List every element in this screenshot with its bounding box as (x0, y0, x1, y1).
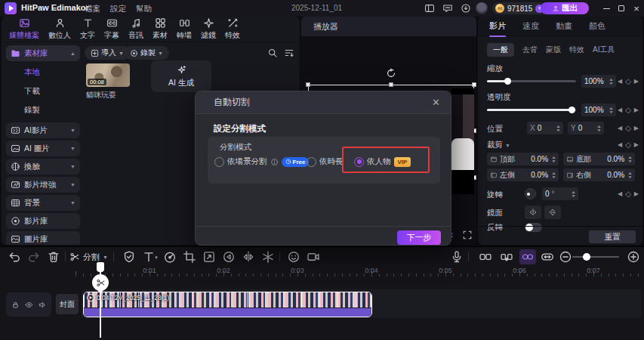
speed-button[interactable] (163, 250, 177, 264)
crop-top-field[interactable]: 頂部0.0% ▲▼ (487, 153, 559, 165)
sidebar-item-record[interactable]: 錄製 (24, 105, 40, 116)
flip-horizontal-button[interactable] (525, 206, 541, 219)
subtab-effects[interactable]: 特效 (569, 45, 584, 55)
tab-elements[interactable]: 素材 (148, 17, 172, 41)
scale-slider[interactable] (487, 80, 576, 82)
subtab-remove-bg[interactable]: 去背 (522, 45, 538, 55)
sidebar-item-image-library[interactable]: 圖片庫 (6, 231, 80, 245)
menu-file[interactable]: 檔案 (85, 4, 100, 14)
layout-icon[interactable] (424, 3, 435, 14)
stepper[interactable]: ▲▼ (609, 107, 613, 114)
zoom-slider-knob[interactable] (583, 253, 590, 261)
reverse-play-button[interactable] (222, 250, 236, 264)
tab-media-files[interactable]: 媒體檔案 (5, 17, 44, 41)
mirror-button[interactable] (242, 250, 255, 264)
menu-help[interactable]: 幫助 (136, 4, 152, 14)
sidebar-item-local[interactable]: 本地 (24, 67, 40, 78)
option-split-by-duration[interactable]: 依時長 (307, 156, 344, 167)
rotate-value[interactable]: 0° ▲▼ (542, 187, 578, 200)
subtab-general[interactable]: 一般 (487, 43, 514, 57)
stepper[interactable]: ▲▼ (556, 125, 560, 132)
flip-vertical-button[interactable] (544, 206, 561, 219)
crop-label[interactable]: 裁剪 ▼ (487, 140, 510, 150)
cover-button[interactable]: 封面 (56, 294, 79, 314)
record-button[interactable]: 錄製 ▼ (124, 46, 169, 60)
export-frame-button[interactable] (307, 250, 320, 264)
tab-color[interactable]: 顏色 (589, 20, 605, 32)
stepper[interactable]: ▲▼ (552, 172, 556, 179)
transform-button[interactable] (202, 250, 216, 264)
download-icon[interactable] (461, 3, 471, 14)
face-detect-button[interactable] (287, 250, 300, 264)
reverse-toggle[interactable] (525, 223, 542, 232)
keyframe-controls[interactable]: ◀◇▶ (618, 141, 639, 149)
subtab-mask[interactable]: 蒙版 (546, 45, 561, 55)
sidebar-item-enhance[interactable]: 影片增強 ▼ (6, 177, 80, 193)
position-y-field[interactable]: Y0 ▲▼ (568, 122, 604, 134)
menu-settings[interactable]: 設定 (110, 4, 126, 14)
crop-button[interactable] (183, 250, 196, 264)
tab-digital-human[interactable]: 數位人 (44, 17, 75, 41)
minimize-button[interactable] (599, 0, 614, 17)
ai-generate-card[interactable]: AI 生成 (151, 60, 211, 92)
sidebar-item-video-library[interactable]: 影片庫 (6, 213, 80, 229)
sidebar-item-ai-video[interactable]: AI影片 ▼ (6, 122, 80, 138)
stepper[interactable]: ▲▼ (552, 156, 556, 163)
sidebar-item-download[interactable]: 下載 (24, 86, 40, 97)
stepper[interactable]: ▲▼ (628, 172, 632, 179)
rotate-handle-icon[interactable] (386, 68, 396, 79)
crop-bottom-field[interactable]: 底部0.0% ▲▼ (563, 153, 635, 165)
user-avatar[interactable] (476, 2, 488, 14)
subtab-ai-tools[interactable]: AI工具 (593, 45, 615, 55)
delete-button[interactable] (47, 250, 60, 264)
dialog-close-icon[interactable]: ✕ (432, 97, 440, 108)
fullscreen-icon[interactable] (462, 230, 473, 240)
export-button[interactable]: 匯出 (541, 2, 589, 14)
opacity-slider[interactable] (487, 109, 576, 111)
reset-button[interactable]: 重置 (589, 230, 636, 243)
timeline-zoom-slider[interactable] (572, 256, 619, 258)
slider-knob[interactable] (504, 78, 511, 85)
freeze-frame-button[interactable] (261, 250, 275, 264)
feedback-icon[interactable] (442, 3, 453, 14)
tab-transitions[interactable]: 轉場 (172, 17, 196, 41)
redo-button[interactable] (27, 250, 41, 264)
keyframe-controls[interactable]: ◀◇▶ (618, 124, 639, 132)
slider-knob[interactable] (569, 107, 575, 113)
position-x-field[interactable]: X0 ▲▼ (527, 122, 563, 134)
split-link-button[interactable] (500, 250, 513, 264)
tab-animation[interactable]: 動畫 (556, 20, 572, 32)
next-step-button[interactable]: 下一步 (397, 230, 441, 245)
crop-left-field[interactable]: 左側0.0% ▲▼ (487, 168, 559, 181)
scale-value[interactable]: 100% ▲▼ (581, 75, 616, 88)
selection-handle[interactable] (472, 82, 476, 87)
opacity-value[interactable]: 100% ▲▼ (581, 104, 616, 116)
tab-effects[interactable]: 特效 (220, 17, 245, 41)
info-icon[interactable] (270, 158, 279, 166)
lock-icon[interactable] (11, 301, 20, 309)
stepper[interactable]: ▲▼ (628, 156, 632, 163)
stepper[interactable]: ▲▼ (572, 190, 575, 198)
undo-button[interactable] (8, 250, 21, 264)
selection-handle[interactable] (306, 82, 310, 87)
search-icon[interactable] (267, 48, 278, 58)
tab-text[interactable]: 文字 (75, 17, 100, 41)
zoom-out-button[interactable] (559, 250, 572, 264)
radio-icon[interactable] (214, 157, 224, 167)
tab-speed[interactable]: 速度 (522, 20, 539, 32)
sidebar-item-face-swap[interactable]: 換臉 ▼ (6, 159, 80, 175)
fit-timeline-button[interactable] (541, 250, 554, 264)
keyframe-controls[interactable]: ◀◇▶ (618, 190, 639, 198)
sidebar-item-library[interactable]: 素材庫 ▲ (6, 45, 80, 61)
mute-icon[interactable] (39, 301, 47, 309)
tab-subtitles[interactable]: 字幕 (100, 17, 124, 41)
close-button[interactable]: × (629, 0, 644, 17)
playhead-handle[interactable] (97, 262, 104, 272)
video-clip[interactable]: 0:04 T2V_2025_11_28(1) (83, 292, 372, 317)
stepper[interactable]: ▲▼ (597, 125, 601, 132)
credits-badge[interactable]: AI 971815 + (492, 2, 547, 14)
media-thumbnail-cat[interactable]: 00:08 (86, 63, 130, 87)
zoom-in-button[interactable] (627, 250, 640, 264)
rotate-dial[interactable] (525, 188, 536, 199)
split-cursor-bubble[interactable] (92, 274, 109, 291)
